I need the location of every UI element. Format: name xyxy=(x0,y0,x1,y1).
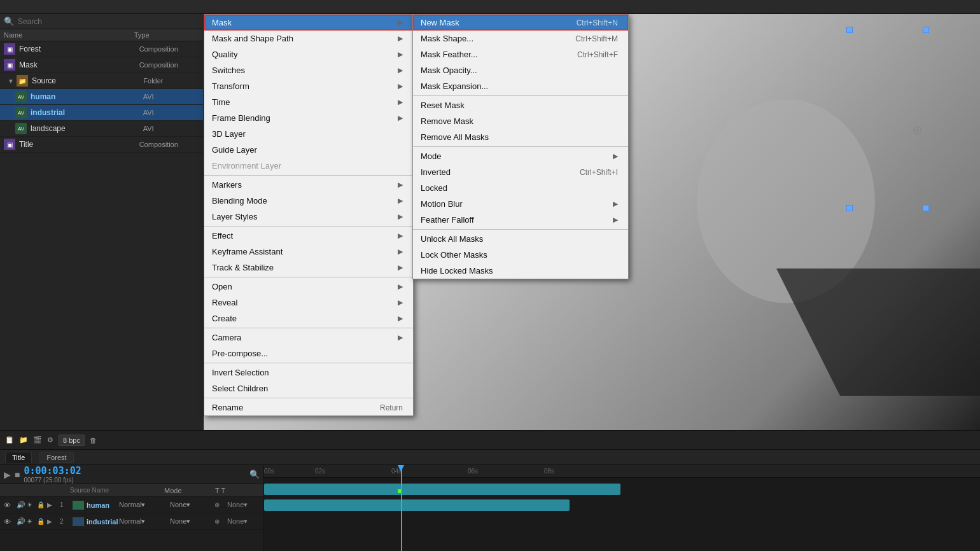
tl-rows: Source Name Mode T T 👁 🔊 ☀ 🔒 ▶ 1 human xyxy=(0,484,263,530)
mask-handle-bl[interactable] xyxy=(846,205,853,211)
menu-item-mask-shape[interactable]: Mask Shape... Ctrl+Shift+M xyxy=(413,31,628,46)
list-item[interactable]: AV landscape AVI xyxy=(0,121,203,137)
menu-item-quality[interactable]: Quality ▶ xyxy=(204,46,413,62)
lock-icon[interactable]: 🔒 xyxy=(37,501,47,508)
mask-handle-br[interactable] xyxy=(923,205,929,211)
menu-item-mask-opacity[interactable]: Mask Opacity... xyxy=(413,62,628,78)
tab-forest[interactable]: Forest xyxy=(39,452,73,463)
mask-submenu[interactable]: New Mask Ctrl+Shift+N Mask Shape... Ctrl… xyxy=(412,14,629,279)
tl-header-row: Source Name Mode T T xyxy=(0,484,263,497)
menu-item-markers[interactable]: Markers ▶ xyxy=(204,177,413,193)
menu-item-label: Rename xyxy=(212,403,361,412)
arrow-icon: ▶ xyxy=(398,298,403,307)
list-item[interactable]: ▣ Mask Composition xyxy=(0,57,203,73)
menu-item-layer-styles[interactable]: Layer Styles ▶ xyxy=(204,209,413,225)
parent-select[interactable]: None▾ xyxy=(227,517,260,526)
list-item[interactable]: ▣ Forest Composition xyxy=(0,41,203,57)
parent-link-icon: ⊕ xyxy=(214,501,227,508)
menu-item-mask-expansion[interactable]: Mask Expansion... xyxy=(413,78,628,94)
layer-bar-2[interactable] xyxy=(264,499,570,511)
arrow-icon: ▶ xyxy=(613,200,618,208)
solo-icon[interactable]: ☀ xyxy=(27,501,37,508)
tl-layer-row[interactable]: 👁 🔊 ☀ 🔒 ▶ 1 human Normal▾ None▾ ⊕ None▾ xyxy=(0,497,263,513)
layer-blend[interactable]: None▾ xyxy=(170,501,214,509)
menu-item-pre-compose[interactable]: Pre-compose... xyxy=(204,345,413,361)
menu-item-time[interactable]: Time ▶ xyxy=(204,94,413,110)
menu-item-locked[interactable]: Locked xyxy=(413,180,628,196)
menu-item-remove-all-masks[interactable]: Remove All Masks xyxy=(413,129,628,145)
menu-item-select-children[interactable]: Select Children xyxy=(204,380,413,396)
av-icon: AV xyxy=(15,91,27,102)
menu-item-motion-blur[interactable]: Motion Blur ▶ xyxy=(413,196,628,212)
timeline-area: Title Forest ▶ ■ 0:00:03:02 00077 (25.00… xyxy=(0,449,980,551)
menu-item-remove-mask[interactable]: Remove Mask xyxy=(413,113,628,129)
solo-icon[interactable]: ☀ xyxy=(27,518,37,525)
audio-icon[interactable]: 🔊 xyxy=(17,517,27,526)
tab-title[interactable]: Title xyxy=(5,452,32,463)
menu-item-switches[interactable]: Switches ▶ xyxy=(204,62,413,78)
search-timeline-icon[interactable]: 🔍 xyxy=(249,470,260,479)
timeline-body: ▶ ■ 0:00:03:02 00077 (25.00 fps) 🔍 xyxy=(0,465,980,551)
list-item[interactable]: AV human AVI xyxy=(0,89,203,105)
menu-item-transform[interactable]: Transform ▶ xyxy=(204,78,413,94)
search-input[interactable] xyxy=(18,17,199,26)
menu-item-blending-mode[interactable]: Blending Mode ▶ xyxy=(204,193,413,209)
expand-icon[interactable]: ▶ xyxy=(47,501,60,508)
arrow-icon: ▶ xyxy=(613,152,618,160)
layer-blend[interactable]: None▾ xyxy=(170,517,214,526)
menu-item-mode[interactable]: Mode ▶ xyxy=(413,148,628,164)
menu-item-invert-selection[interactable]: Invert Selection xyxy=(204,365,413,380)
arrow-icon: ▶ xyxy=(398,333,403,342)
menu-item-rename[interactable]: Rename Return xyxy=(204,400,413,415)
mask-handle-tr[interactable] xyxy=(923,27,929,33)
list-item[interactable]: ▼ 📁 Source Folder xyxy=(0,73,203,89)
vis-icon[interactable]: 👁 xyxy=(4,518,17,526)
menu-item-frame-blending[interactable]: Frame Blending ▶ xyxy=(204,110,413,126)
menu-item-camera[interactable]: Camera ▶ xyxy=(204,330,413,345)
stop-icon[interactable]: ■ xyxy=(15,470,20,480)
mask-handle-tl[interactable] xyxy=(846,27,853,33)
menu-item-hide-locked-masks[interactable]: Hide Locked Masks xyxy=(413,263,628,279)
menu-item-inverted[interactable]: Inverted Ctrl+Shift+I xyxy=(413,164,628,180)
layer-mode[interactable]: Normal▾ xyxy=(119,501,170,509)
comp-icon: ▣ xyxy=(4,59,15,71)
menu-item-mask[interactable]: Mask ▶ xyxy=(204,15,413,31)
arrow-icon: ▶ xyxy=(398,50,403,59)
menu-item-3d-layer[interactable]: 3D Layer xyxy=(204,126,413,142)
bpc-button[interactable]: 8 bpc xyxy=(59,435,85,446)
vis-icon[interactable]: 👁 xyxy=(4,501,17,509)
menu-item-track-stabilize[interactable]: Track & Stabilize ▶ xyxy=(204,260,413,276)
layer-mode[interactable]: Normal▾ xyxy=(119,517,170,526)
menu-item-reset-mask[interactable]: Reset Mask xyxy=(413,97,628,113)
layer-menu[interactable]: Mask ▶ Mask and Shape Path ▶ Quality ▶ S… xyxy=(204,14,414,416)
timecode-display: 0:00:03:02 xyxy=(24,465,81,477)
menu-item-mask-shape-path[interactable]: Mask and Shape Path ▶ xyxy=(204,31,413,46)
menu-item-lock-other-masks[interactable]: Lock Other Masks xyxy=(413,247,628,263)
search-icon: 🔍 xyxy=(4,17,14,26)
expand-icon[interactable]: ▶ xyxy=(47,518,60,525)
playhead[interactable] xyxy=(401,465,402,551)
menu-item-keyframe-assistant[interactable]: Keyframe Assistant ▶ xyxy=(204,244,413,260)
audio-icon[interactable]: 🔊 xyxy=(17,501,27,509)
menu-item-create[interactable]: Create ▶ xyxy=(204,310,413,326)
menu-item-new-mask[interactable]: New Mask Ctrl+Shift+N xyxy=(413,15,628,31)
layer-bar-1[interactable] xyxy=(264,484,620,495)
layer-color xyxy=(73,517,84,526)
menu-item-mask-feather[interactable]: Mask Feather... Ctrl+Shift+F xyxy=(413,46,628,62)
tick-02s: 02s xyxy=(315,468,325,475)
list-item[interactable]: ▣ Title Composition xyxy=(0,137,203,153)
lock-icon[interactable]: 🔒 xyxy=(37,518,47,525)
menu-item-feather-falloff[interactable]: Feather Falloff ▶ xyxy=(413,212,628,228)
menu-item-reveal[interactable]: Reveal ▶ xyxy=(204,295,413,310)
menu-item-unlock-all-masks[interactable]: Unlock All Masks xyxy=(413,231,628,247)
menu-item-guide-layer[interactable]: Guide Layer xyxy=(204,142,413,158)
parent-select[interactable]: None▾ xyxy=(227,501,260,509)
menu-item-label: Blending Mode xyxy=(212,196,385,206)
menu-item-open[interactable]: Open ▶ xyxy=(204,279,413,295)
play-icon[interactable]: ▶ xyxy=(4,470,11,480)
mode-label: Mode xyxy=(421,151,442,161)
list-item[interactable]: AV industrial AVI xyxy=(0,105,203,121)
menu-item-effect[interactable]: Effect ▶ xyxy=(204,228,413,244)
tl-layer-row[interactable]: 👁 🔊 ☀ 🔒 ▶ 2 industrial Normal▾ None▾ ⊕ N… xyxy=(0,513,263,530)
menu-item-label: Open xyxy=(212,282,385,291)
